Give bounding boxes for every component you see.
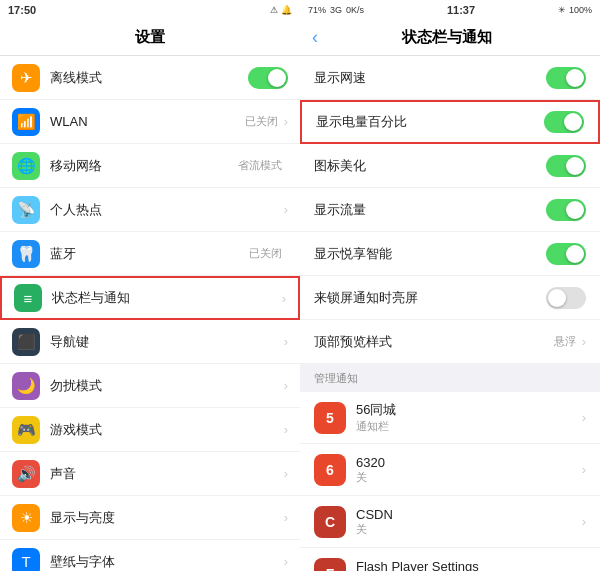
chevron-wlan: ›	[284, 114, 288, 129]
notify-text-56tongcheng: 56同城通知栏	[356, 401, 582, 434]
right-item-label-show-yue: 显示悦享智能	[314, 245, 546, 263]
left-item-icon-gamemode: 🎮	[12, 416, 40, 444]
left-item-statusbar[interactable]: ≡状态栏与通知›	[0, 276, 300, 320]
left-item-label-sound: 声音	[50, 465, 284, 483]
toggle-show-speed[interactable]	[546, 67, 586, 89]
left-item-label-display: 显示与亮度	[50, 509, 284, 527]
toggle-knob-lock-screen	[548, 289, 566, 307]
left-item-icon-offline: ✈	[12, 64, 40, 92]
toggle-show-battery-pct[interactable]	[544, 111, 584, 133]
notify-item-flash-player[interactable]: FFlash Player Settings关›	[300, 548, 600, 571]
left-item-label-gamemode: 游戏模式	[50, 421, 284, 439]
notify-name-6320: 6320	[356, 455, 582, 470]
notify-text-flash-player: Flash Player Settings关	[356, 559, 582, 572]
chevron-wallpaper: ›	[284, 554, 288, 569]
right-item-label-show-flow: 显示流量	[314, 201, 546, 219]
toggle-knob-show-battery-pct	[564, 113, 582, 131]
right-item-show-battery-pct[interactable]: 显示电量百分比	[300, 100, 600, 144]
right-list: 显示网速显示电量百分比图标美化显示流量显示悦享智能来锁屏通知时亮屏顶部预览样式悬…	[300, 56, 600, 571]
chevron-statusbar: ›	[282, 291, 286, 306]
left-item-offline[interactable]: ✈离线模式	[0, 56, 300, 100]
left-title: 设置	[135, 28, 165, 47]
right-item-sub-top-preview: 悬浮	[554, 334, 576, 349]
left-item-label-wlan: WLAN	[50, 114, 245, 129]
left-item-display[interactable]: ☀显示与亮度›	[0, 496, 300, 540]
toggle-icon-beauty[interactable]	[546, 155, 586, 177]
left-item-mobile[interactable]: 🌐移动网络省流模式	[0, 144, 300, 188]
left-item-label-hotspot: 个人热点	[50, 201, 284, 219]
notify-chevron-flash-player: ›	[582, 566, 586, 571]
left-status-icons: ⚠ 🔔	[270, 5, 292, 15]
chevron-top-preview: ›	[582, 334, 586, 349]
right-item-show-flow[interactable]: 显示流量	[300, 188, 600, 232]
notify-item-6320[interactable]: 66320关›	[300, 444, 600, 496]
left-item-gamemode[interactable]: 🎮游戏模式›	[0, 408, 300, 452]
left-item-label-mobile: 移动网络	[50, 157, 238, 175]
notify-icon-csdn: C	[314, 506, 346, 538]
right-item-label-top-preview: 顶部预览样式	[314, 333, 554, 351]
notify-name-flash-player: Flash Player Settings	[356, 559, 582, 572]
left-status-bar: 17:50 ⚠ 🔔	[0, 0, 300, 20]
left-item-label-offline: 离线模式	[50, 69, 248, 87]
toggle-show-flow[interactable]	[546, 199, 586, 221]
toggle-offline[interactable]	[248, 67, 288, 89]
notify-icon-6320: 6	[314, 454, 346, 486]
right-item-show-speed[interactable]: 显示网速	[300, 56, 600, 100]
chevron-gamemode: ›	[284, 422, 288, 437]
notify-name-56tongcheng: 56同城	[356, 401, 582, 419]
right-item-lock-screen[interactable]: 来锁屏通知时亮屏	[300, 276, 600, 320]
notify-icon-56tongcheng: 5	[314, 402, 346, 434]
left-item-sub-bluetooth: 已关闭	[249, 246, 282, 261]
left-item-nav[interactable]: ⬛导航键›	[0, 320, 300, 364]
left-item-icon-nav: ⬛	[12, 328, 40, 356]
right-item-label-show-battery-pct: 显示电量百分比	[316, 113, 544, 131]
left-item-sub-mobile: 省流模式	[238, 158, 282, 173]
right-time: 11:37	[447, 4, 475, 16]
left-item-icon-bluetooth: 🦷	[12, 240, 40, 268]
left-item-hotspot[interactable]: 📡个人热点›	[0, 188, 300, 232]
toggle-knob-icon-beauty	[566, 157, 584, 175]
notify-icon-flash-player: F	[314, 558, 346, 572]
left-item-wallpaper[interactable]: T壁纸与字体›	[0, 540, 300, 571]
toggle-knob-show-yue	[566, 245, 584, 263]
toggle-knob-show-flow	[566, 201, 584, 219]
left-item-sound[interactable]: 🔊声音›	[0, 452, 300, 496]
back-button[interactable]: ‹	[312, 27, 318, 48]
left-item-label-dnd: 勿扰模式	[50, 377, 284, 395]
notify-name-csdn: CSDN	[356, 507, 582, 522]
notify-text-csdn: CSDN关	[356, 507, 582, 537]
toggle-show-yue[interactable]	[546, 243, 586, 265]
left-item-label-bluetooth: 蓝牙	[50, 245, 249, 263]
notify-chevron-csdn: ›	[582, 514, 586, 529]
chevron-sound: ›	[284, 466, 288, 481]
right-item-top-preview[interactable]: 顶部预览样式悬浮›	[300, 320, 600, 364]
left-item-dnd[interactable]: 🌙勿扰模式›	[0, 364, 300, 408]
toggle-lock-screen[interactable]	[546, 287, 586, 309]
warning-icon: ⚠	[270, 5, 278, 15]
left-item-icon-statusbar: ≡	[14, 284, 42, 312]
left-item-label-wallpaper: 壁纸与字体	[50, 553, 284, 571]
right-status-bar: 71% 3G 0K/s 11:37 ✳ 100%	[300, 0, 600, 20]
notify-item-csdn[interactable]: CCSDN关›	[300, 496, 600, 548]
left-time: 17:50	[8, 4, 36, 16]
bell-icon: 🔔	[281, 5, 292, 15]
chevron-hotspot: ›	[284, 202, 288, 217]
network-speed: 0K/s	[346, 5, 364, 15]
right-status-left: 71% 3G 0K/s	[308, 5, 364, 15]
notify-text-6320: 6320关	[356, 455, 582, 485]
left-item-icon-sound: 🔊	[12, 460, 40, 488]
signal-type: 3G	[330, 5, 342, 15]
left-list: ✈离线模式📶WLAN已关闭›🌐移动网络省流模式📡个人热点›🦷蓝牙已关闭≡状态栏与…	[0, 56, 300, 571]
left-panel: 17:50 ⚠ 🔔 设置 ✈离线模式📶WLAN已关闭›🌐移动网络省流模式📡个人热…	[0, 0, 300, 571]
right-item-icon-beauty[interactable]: 图标美化	[300, 144, 600, 188]
bt-icon: ✳	[558, 5, 566, 15]
right-item-label-lock-screen: 来锁屏通知时亮屏	[314, 289, 546, 307]
left-item-bluetooth[interactable]: 🦷蓝牙已关闭	[0, 232, 300, 276]
right-item-show-yue[interactable]: 显示悦享智能	[300, 232, 600, 276]
notify-chevron-6320: ›	[582, 462, 586, 477]
left-item-icon-display: ☀	[12, 504, 40, 532]
left-item-icon-wlan: 📶	[12, 108, 40, 136]
toggle-knob-offline	[268, 69, 286, 87]
left-item-wlan[interactable]: 📶WLAN已关闭›	[0, 100, 300, 144]
notify-item-56tongcheng[interactable]: 556同城通知栏›	[300, 392, 600, 444]
